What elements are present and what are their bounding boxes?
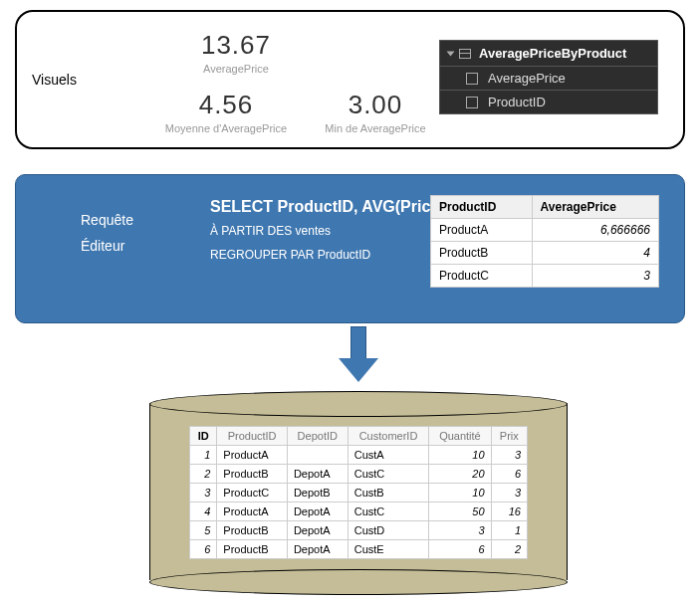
- label-requete: Requête: [81, 207, 133, 233]
- query-editor-panel: Requête Éditeur SELECT ProductID, AVG(Pr…: [15, 174, 685, 323]
- flow-arrow-icon: [339, 326, 378, 384]
- table-row: 4ProductADepotACustC5016: [190, 502, 528, 521]
- kpi-value: 3.00: [301, 90, 450, 120]
- col-header: AveragePrice: [532, 196, 658, 219]
- table-header-row: ID ProductID DepotID CustomerID Quantité…: [190, 427, 528, 446]
- field-label: AveragePrice: [488, 71, 566, 86]
- expand-icon: [447, 51, 455, 56]
- table-row: ProductC3: [431, 265, 659, 288]
- kpi-average-price: 13.67 AveragePrice: [161, 30, 311, 75]
- fields-table-name: AveragePriceByProduct: [479, 46, 626, 61]
- query-labels: Requête Éditeur: [81, 207, 133, 259]
- field-row-averageprice[interactable]: AveragePrice: [440, 67, 657, 91]
- source-sales-table: ID ProductID DepotID CustomerID Quantité…: [189, 426, 528, 559]
- table-header-row: ProductID AveragePrice: [431, 196, 659, 219]
- kpi-value: 4.56: [126, 90, 326, 120]
- kpi-mean: 4.56 Moyenne d'AveragePrice: [126, 90, 326, 134]
- table-row: ProductB4: [431, 242, 659, 265]
- col-header: ProductID: [431, 196, 533, 219]
- visuals-label: Visuels: [32, 72, 77, 88]
- table-row: 3ProductCDepotBCustB103: [190, 484, 528, 502]
- kpi-sub: AveragePrice: [161, 63, 311, 75]
- query-result-table: ProductID AveragePrice ProductA6,666666 …: [430, 195, 659, 288]
- field-row-productid[interactable]: ProductID: [440, 91, 657, 113]
- fields-table-header[interactable]: AveragePriceByProduct: [440, 41, 657, 67]
- label-editeur: Éditeur: [81, 233, 133, 259]
- table-row: 2ProductBDepotACustC206: [190, 465, 528, 484]
- table-row: 6ProductBDepotACustE62: [190, 540, 528, 559]
- checkbox[interactable]: [466, 73, 478, 85]
- table-row: 1ProductACustA103: [190, 446, 528, 465]
- table-row: ProductA6,666666: [431, 219, 659, 242]
- database-cylinder: ID ProductID DepotID CustomerID Quantité…: [149, 391, 568, 595]
- checkbox[interactable]: [466, 97, 478, 108]
- kpi-value: 13.67: [161, 30, 311, 61]
- fields-pane[interactable]: AveragePriceByProduct AveragePrice Produ…: [439, 40, 658, 114]
- visuals-panel: Visuels 13.67 AveragePrice 4.56 Moyenne …: [15, 10, 685, 149]
- table-row: 5ProductBDepotACustD31: [190, 521, 528, 540]
- kpi-sub: Min de AveragePrice: [301, 122, 450, 134]
- kpi-min: 3.00 Min de AveragePrice: [301, 90, 450, 134]
- kpi-sub: Moyenne d'AveragePrice: [126, 122, 326, 134]
- table-icon: [459, 49, 471, 59]
- field-label: ProductID: [488, 95, 546, 109]
